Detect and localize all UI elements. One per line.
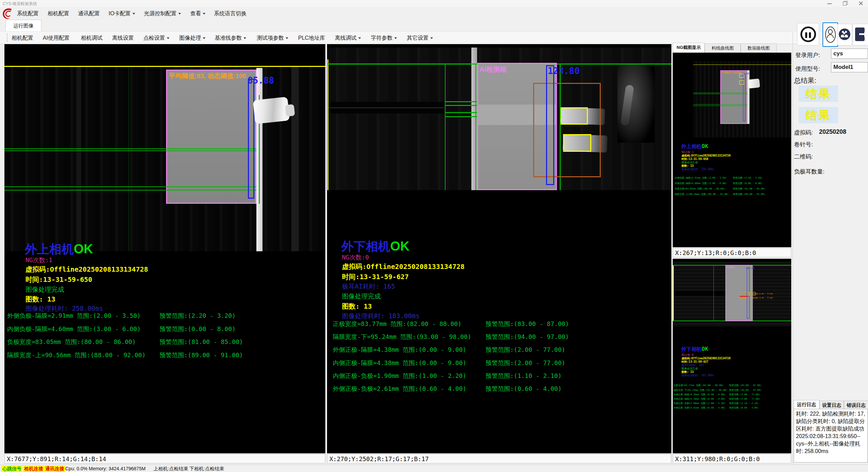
green-measure-line <box>4 150 256 151</box>
result-banner-1: 结果 <box>799 86 838 102</box>
measurement-row: 内侧负极-隔膜=4.60mm 范围:(3.00 - 6.00) <box>7 325 141 333</box>
mini-green-line <box>693 106 747 106</box>
left-camera-view[interactable]: 平均阈值:93, 动态阈值:100 85.88 外上相机OK NG次数:1 虚拟… <box>4 44 325 453</box>
measurement-warn: 预警范围:(0.60 - 4.00) <box>486 385 562 393</box>
virtual-code-label: 虚拟码: <box>794 129 813 137</box>
tab-data-curve[interactable]: 数据曲线图 <box>741 43 777 53</box>
point-check-text: 上相机:点检结束 下相机:点检结束 <box>153 466 224 472</box>
roi-brown-box <box>533 83 601 177</box>
left-pixel-coords: X:7677;Y:891;R:14;G:14;B:14 <box>4 454 325 464</box>
minimize-button-icon[interactable] <box>825 1 835 6</box>
menu-language-switch[interactable]: 系统语言切换 <box>214 7 247 20</box>
mini-meas: 外侧正极-负极=2.61mm 范围:(0.60 - 4.00) <box>673 406 725 410</box>
view-tab-row: 运行图像 <box>0 20 868 31</box>
mini-green-line <box>693 104 747 105</box>
mini-elapsed: 图像处理耗时: 183.00ms <box>682 374 714 377</box>
left-camera-image <box>4 66 325 251</box>
measurement-warn: 预警范围:(2.00 - 77.00) <box>486 346 565 354</box>
cpu-memory-text: Cpu: 0.0% Memory: 3424.41796875M <box>65 466 146 471</box>
mini-orange-box <box>739 292 749 295</box>
tool-offline-debug[interactable]: 离线调试 <box>335 32 361 44</box>
negative-tab-count-label: 负极耳数量: <box>794 168 825 176</box>
tool-other-set[interactable]: 其它设置 <box>407 32 433 44</box>
mini-red-line <box>740 296 748 297</box>
menu-io-config[interactable]: IO卡配置 <box>109 7 135 20</box>
restore-button-icon[interactable] <box>840 1 850 6</box>
menu-comm-config[interactable]: 通讯配置 <box>78 7 100 20</box>
dropdown-icon <box>358 37 361 39</box>
tool-baseline-param[interactable]: 基准线参数 <box>215 32 246 44</box>
tool-plc-address[interactable]: PLC地址库 <box>298 32 325 44</box>
measurement-warn: 预警范围:(83.00 - 87.00) <box>486 320 569 328</box>
ai-box-label: AI检测框 <box>480 65 507 74</box>
measurement-warn: 预警范围:(1.10 - 2.10) <box>486 372 562 380</box>
mini-meas: 预警范围:(94.00 - 97.00) <box>729 388 761 392</box>
comm-link-badge: 通讯连接 <box>44 466 65 472</box>
mini-meas: 隔膜宽度-下=95.24mm 范围:(93.00 - 98.00) <box>673 388 727 392</box>
users-button[interactable] <box>837 24 852 46</box>
measurement-warn: 预警范围:(94.00 - 97.00) <box>486 333 569 341</box>
close-button-icon[interactable] <box>856 1 866 6</box>
tab-run-image[interactable]: 运行图像 <box>5 20 41 31</box>
measurement-warn: 预警范围:(0.00 - 8.00) <box>160 325 236 333</box>
tab-line-curve[interactable]: 料线曲线图 <box>705 43 741 53</box>
right-camera-view[interactable]: AI检测框 123.80 外下相机OK NG次数:0 虚拟码:Offline20… <box>327 44 671 453</box>
dropdown-icon <box>286 37 288 39</box>
tool-char-param[interactable]: 字符参数 <box>371 32 397 44</box>
frame-count-text: 图数: 13 <box>25 295 55 304</box>
tool-image-process[interactable]: 图像处理 <box>179 32 205 44</box>
mini-meas: 预警范围:(89.00 - 91.00) <box>733 193 765 196</box>
mini-meas: 内侧正极-负极=1.90mm 范围:(1.00 - 2.20) <box>673 402 725 405</box>
ng-preview-top[interactable]: 平均阈值:93, 动态阈值:100 85.88 外上相机OK NG次数:1 虚拟… <box>673 53 791 247</box>
login-user-field[interactable]: cys <box>831 49 868 59</box>
user-button[interactable] <box>822 22 838 47</box>
tool-spotcheck-set[interactable]: 点检设置 <box>143 32 169 44</box>
width-measure-box <box>248 79 254 199</box>
mini-meas: 正极宽度=83.77mm 范围:(82.00 - 88.00) <box>673 384 723 387</box>
measurement-row: 外侧正极-负极=2.61mm 范围:(0.60 - 4.00) <box>333 385 466 393</box>
measurement-row: 外侧正极-隔膜=4.38mm 范围:(0.00 - 9.00) <box>333 346 466 354</box>
tool-ai-config[interactable]: AI使用配置 <box>43 32 70 44</box>
mini-meas: 隔膜宽度-上=90.56mm 范围:(88.00 - 92.00) <box>675 193 729 196</box>
tab-set-log[interactable]: 设置日志 <box>819 401 844 410</box>
camera-status-title: 外下相机OK <box>341 238 410 255</box>
menu-light-config[interactable]: 光源控制配置 <box>144 7 181 20</box>
model-field[interactable]: Model1 <box>831 62 868 72</box>
run-log-text[interactable]: 耗时: 222, 缺陷检测耗时: 17, 缺陷分类耗时: 0, 缺陷提取分区耗时… <box>794 409 868 462</box>
mini-yellow-line <box>693 65 791 65</box>
toolbar-grip-icon <box>7 34 7 42</box>
mini-meas: 预警范围:(1.10 - 2.10) <box>729 402 759 405</box>
result-banner-2: 结果 <box>799 107 838 123</box>
measurement-warn: 预警范围:(2.00 - 77.00) <box>486 359 565 367</box>
ng-tab-bar: NG截图显示 料线曲线图 数据曲线图 <box>673 42 791 53</box>
mini-texture <box>673 291 727 296</box>
dropdown-icon <box>243 37 246 39</box>
menu-view[interactable]: 查看 <box>190 7 205 20</box>
measurement-warn: 预警范围:(89.00 - 91.00) <box>160 351 243 359</box>
tab-run-log[interactable]: 运行日志 <box>794 400 819 409</box>
time-text: 时间:13-31-59-627 <box>342 272 409 282</box>
process-done-text: 图像处理完成 <box>25 285 64 294</box>
logout-button[interactable] <box>853 24 868 46</box>
threshold-overlay-text: 平均阈值:93, 动态阈值:100 <box>169 72 246 80</box>
metal-tab-blob <box>285 104 295 117</box>
camera-status-title: 外上相机OK <box>25 241 93 258</box>
tab-error-log[interactable]: 错误日志 <box>844 401 868 410</box>
menu-camera-config[interactable]: 相机配置 <box>48 7 69 20</box>
menu-system-config[interactable]: 系统配置 <box>17 7 39 20</box>
menu-bar: 系统配置 相机配置 通讯配置 IO卡配置 光源控制配置 查看 系统语言切换 <box>0 7 868 20</box>
tool-offline-set[interactable]: 离线设置 <box>112 32 134 44</box>
tab-ng-display[interactable]: NG截图显示 <box>673 43 705 53</box>
title-bar: CYS-视觉检测系统 <box>0 0 868 7</box>
pause-button[interactable] <box>797 23 819 46</box>
total-result-label: 总结果: <box>794 76 816 85</box>
tool-camera-debug[interactable]: 相机调试 <box>81 32 103 44</box>
tool-camera-config[interactable]: 相机配置 <box>12 32 33 44</box>
tool-test-param[interactable]: 测试项参数 <box>257 32 288 44</box>
pin-number-label: 卷针号: <box>794 141 813 148</box>
mini-meas: 外侧负极-隔膜=2.91mm 范围:(2.00 - 3.50) <box>675 176 727 180</box>
mini-annotation: 预警范围:(2.00 - 77.00) <box>751 297 773 299</box>
ai-region-box: 平均阈值:93, 动态阈值:100 <box>166 70 256 204</box>
green-measure-line <box>4 148 256 149</box>
ng-preview-bottom[interactable]: AI检测框 123.80 预警范围:(2.00 - 77.00) 预警范围:(2… <box>673 259 791 453</box>
